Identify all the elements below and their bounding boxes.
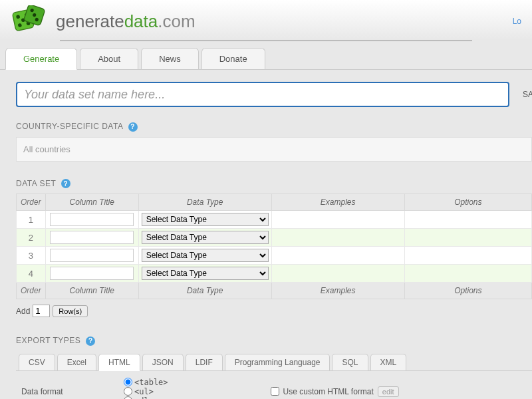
format-radio[interactable] — [124, 387, 132, 396]
format-option[interactable]: <dl> — [124, 396, 168, 400]
col-header-column_title: Column Title — [45, 283, 138, 299]
export-tab-html[interactable]: HTML — [98, 354, 140, 371]
format-radio[interactable] — [124, 378, 132, 386]
export-tab-csv[interactable]: CSV — [19, 354, 55, 370]
column-title-input[interactable] — [50, 267, 134, 280]
login-link[interactable]: Lo — [513, 17, 521, 26]
row-order: 1 — [17, 211, 46, 229]
dataset-grid: OrderColumn TitleData TypeExamplesOption… — [16, 194, 532, 299]
save-button[interactable]: SA — [517, 83, 532, 106]
dataset-section-title: DATA SET ? — [16, 179, 532, 189]
edit-custom-button[interactable]: edit — [378, 386, 399, 397]
format-option[interactable]: <ul> — [124, 387, 168, 396]
col-header-examples: Examples — [271, 283, 404, 299]
help-icon[interactable]: ? — [86, 336, 95, 346]
table-row: 3Select Data Type — [17, 247, 532, 265]
custom-format-checkbox[interactable] — [271, 387, 279, 396]
examples-cell — [271, 265, 404, 283]
table-row: 1Select Data Type — [17, 211, 532, 229]
country-selector[interactable]: All countries — [16, 137, 532, 162]
main-tabs: GenerateAboutNewsDonate — [0, 41, 532, 70]
table-row: 4Select Data Type — [17, 265, 532, 283]
add-row-count-input[interactable] — [33, 305, 50, 317]
data-type-select[interactable]: Select Data Type — [142, 231, 269, 244]
table-row: 2Select Data Type — [17, 229, 532, 247]
help-icon[interactable]: ? — [61, 179, 70, 188]
export-section-title: EXPORT TYPES ? — [16, 336, 532, 346]
dataset-name-input[interactable] — [16, 82, 509, 107]
col-header-options: Options — [404, 283, 531, 299]
row-order: 4 — [17, 265, 46, 283]
column-title-input[interactable] — [50, 231, 134, 244]
add-rows-button[interactable]: Row(s) — [53, 305, 88, 317]
country-section-title: COUNTRY-SPECIFIC DATA ? — [16, 122, 532, 132]
add-row-label: Add — [16, 307, 30, 316]
dice-logo-icon — [11, 5, 48, 37]
col-header-column_title: Column Title — [45, 194, 138, 211]
tab-generate[interactable]: Generate — [5, 48, 77, 70]
options-cell — [404, 211, 531, 229]
data-type-select[interactable]: Select Data Type — [142, 213, 269, 226]
options-cell — [404, 265, 531, 283]
examples-cell — [271, 229, 404, 247]
data-format-label: Data format — [21, 387, 114, 396]
col-header-data_type: Data Type — [138, 194, 271, 211]
export-tab-excel[interactable]: Excel — [57, 354, 96, 370]
col-header-order: Order — [17, 283, 46, 299]
row-order: 3 — [17, 247, 46, 265]
column-title-input[interactable] — [50, 213, 134, 226]
examples-cell — [271, 247, 404, 265]
options-cell — [404, 247, 531, 265]
col-header-data_type: Data Type — [138, 283, 271, 299]
brand-title: generatedata.com — [56, 11, 196, 32]
export-tab-programming-language[interactable]: Programming Language — [225, 354, 331, 370]
col-header-examples: Examples — [271, 194, 404, 211]
column-title-input[interactable] — [50, 249, 134, 262]
export-tab-ldif[interactable]: LDIF — [186, 354, 223, 370]
help-icon[interactable]: ? — [128, 122, 138, 132]
data-type-select[interactable]: Select Data Type — [142, 249, 269, 262]
tab-news[interactable]: News — [141, 48, 199, 69]
format-radio[interactable] — [124, 396, 132, 399]
col-header-options: Options — [404, 194, 531, 211]
export-tab-sql[interactable]: SQL — [332, 354, 368, 370]
custom-format-label: Use custom HTML format — [283, 387, 374, 396]
col-header-order: Order — [17, 194, 46, 211]
examples-cell — [271, 211, 404, 229]
export-tab-xml[interactable]: XML — [370, 354, 407, 370]
tab-about[interactable]: About — [80, 48, 138, 69]
export-tab-json[interactable]: JSON — [142, 354, 184, 370]
options-cell — [404, 229, 531, 247]
row-order: 2 — [17, 229, 46, 247]
data-type-select[interactable]: Select Data Type — [142, 267, 269, 280]
tab-donate[interactable]: Donate — [201, 48, 265, 69]
format-option[interactable]: <table> — [124, 378, 168, 387]
